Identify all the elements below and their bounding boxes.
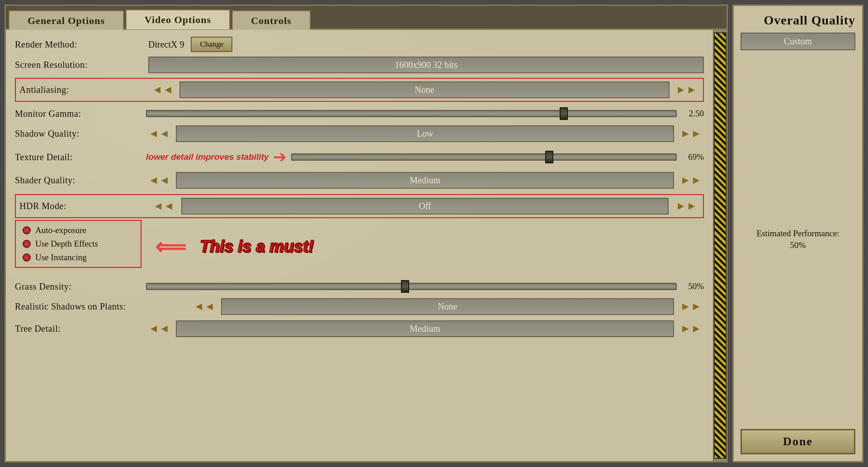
texture-detail-handle[interactable] [545, 151, 553, 163]
screen-resolution-row: Screen Resolution: 1600x900 32 bits [15, 57, 704, 73]
shadow-quality-controls: ◄◄ Low ►► [146, 125, 704, 142]
tree-detail-label: Tree Detail: [15, 324, 142, 334]
realistic-shadows-value[interactable]: None [221, 298, 675, 315]
realistic-shadows-right-arrow[interactable]: ►► [678, 300, 704, 313]
texture-annotation-arrow: ➔ [273, 148, 287, 167]
must-annotation: This is a must! [200, 237, 314, 256]
scrollbar[interactable] [713, 30, 726, 461]
tree-detail-controls: ◄◄ Medium ►► [146, 320, 704, 337]
grass-density-value: 50% [681, 281, 704, 291]
checkbox-group: Auto-exposure Use Depth Effects Use Inst… [15, 220, 142, 268]
instancing-checkbox[interactable] [23, 253, 31, 262]
texture-annotation: lower detail improves stability [146, 152, 269, 162]
depth-effects-checkbox[interactable] [23, 240, 31, 248]
shader-quality-label: Shader Quality: [15, 175, 142, 186]
monitor-gamma-track [146, 110, 677, 117]
tab-controls[interactable]: Controls [232, 10, 311, 30]
texture-detail-value: 69% [681, 152, 704, 162]
hdr-mode-left-arrow[interactable]: ◄◄ [151, 200, 177, 212]
quality-spacer [741, 55, 855, 223]
must-left-arrow: ⟸ [155, 234, 186, 259]
overall-quality-value[interactable]: Custom [741, 33, 855, 50]
content-area: Render Method: DirectX 9 Change Screen R… [6, 30, 713, 461]
auto-exposure-checkbox[interactable] [23, 226, 31, 234]
performance-text: Estimated Performance: 50% [741, 228, 855, 252]
auto-exposure-item[interactable]: Auto-exposure [23, 225, 134, 235]
screen-resolution-value[interactable]: 1600x900 32 bits [148, 57, 704, 73]
grass-density-slider[interactable] [146, 280, 677, 293]
shader-quality-right-arrow[interactable]: ►► [678, 174, 704, 186]
grass-density-label: Grass Density: [15, 281, 142, 292]
performance-value: 50% [790, 240, 806, 250]
shader-quality-left-arrow[interactable]: ◄◄ [146, 174, 172, 186]
texture-detail-label: Texture Detail: [15, 152, 142, 162]
antialiasing-right-arrow[interactable]: ►► [673, 84, 699, 96]
realistic-shadows-left-arrow[interactable]: ◄◄ [191, 300, 217, 313]
depth-effects-label: Use Depth Effects [35, 239, 98, 249]
render-method-row: Render Method: DirectX 9 Change [15, 37, 704, 52]
render-method-label: Render Method: [15, 39, 142, 50]
shadow-quality-value[interactable]: Low [176, 125, 675, 142]
grass-density-handle[interactable] [401, 280, 409, 293]
scrollbar-track[interactable] [714, 32, 726, 459]
tab-bar: General Options Video Options Controls [6, 6, 726, 30]
main-container: General Options Video Options Controls R… [5, 5, 863, 462]
shadow-quality-left-arrow[interactable]: ◄◄ [146, 128, 172, 140]
depth-effects-item[interactable]: Use Depth Effects [23, 239, 134, 249]
tree-detail-row: Tree Detail: ◄◄ Medium ►► [15, 320, 704, 337]
tree-detail-value[interactable]: Medium [176, 320, 675, 337]
antialiasing-value[interactable]: None [179, 81, 670, 98]
instancing-item[interactable]: Use Instancing [23, 253, 134, 262]
right-panel: Overall Quality Custom Estimated Perform… [732, 5, 863, 462]
grass-density-row: Grass Density: 50% [15, 280, 704, 293]
screen-resolution-label: Screen Resolution: [15, 60, 142, 70]
overall-quality-title: Overall Quality [741, 13, 855, 28]
shadow-quality-row: Shadow Quality: ◄◄ Low ►► [15, 125, 704, 142]
quality-spacer-2 [741, 256, 855, 424]
realistic-shadows-row: Realistic Shadows on Plants: ◄◄ None ►► [15, 298, 704, 315]
monitor-gamma-label: Monitor Gamma: [15, 109, 142, 119]
realistic-shadows-label: Realistic Shadows on Plants: [15, 301, 187, 312]
monitor-gamma-handle[interactable] [560, 107, 568, 120]
monitor-gamma-value: 2.50 [681, 109, 704, 119]
monitor-gamma-row: Monitor Gamma: 2.50 [15, 107, 704, 120]
change-button[interactable]: Change [191, 37, 232, 52]
grass-density-track [146, 283, 677, 290]
antialiasing-left-arrow[interactable]: ◄◄ [150, 84, 176, 96]
shader-quality-controls: ◄◄ Medium ►► [146, 172, 704, 189]
scrollbar-stripe-pattern [714, 32, 726, 459]
tree-detail-left-arrow[interactable]: ◄◄ [146, 323, 172, 335]
render-method-value: DirectX 9 [148, 39, 184, 50]
texture-detail-track [291, 153, 677, 161]
hdr-mode-right-arrow[interactable]: ►► [673, 200, 699, 212]
tab-video-options[interactable]: Video Options [126, 10, 230, 29]
hdr-mode-value[interactable]: Off [181, 198, 669, 214]
realistic-shadows-controls: ◄◄ None ►► [191, 298, 704, 315]
texture-detail-row: Texture Detail: lower detail improves st… [15, 148, 704, 167]
antialiasing-row: Antialiasing: ◄◄ None ►► [15, 78, 704, 102]
done-button[interactable]: Done [741, 429, 855, 454]
shadow-quality-label: Shadow Quality: [15, 129, 142, 139]
shader-quality-value[interactable]: Medium [176, 172, 675, 189]
antialiasing-label: Antialiasing: [19, 85, 146, 95]
instancing-label: Use Instancing [35, 253, 86, 262]
hdr-mode-label: HDR Mode: [19, 201, 146, 211]
texture-detail-slider[interactable] [291, 151, 677, 163]
left-panel: General Options Video Options Controls R… [5, 5, 728, 462]
auto-exposure-label: Auto-exposure [35, 225, 86, 235]
shadow-quality-right-arrow[interactable]: ►► [678, 128, 704, 140]
shader-quality-row: Shader Quality: ◄◄ Medium ►► [15, 172, 704, 189]
hdr-mode-row: HDR Mode: ◄◄ Off ►► [15, 194, 704, 218]
checkbox-section: Auto-exposure Use Depth Effects Use Inst… [15, 220, 704, 273]
tab-general-options[interactable]: General Options [9, 10, 124, 30]
monitor-gamma-slider[interactable] [146, 107, 677, 120]
performance-label: Estimated Performance: [756, 229, 839, 238]
tree-detail-right-arrow[interactable]: ►► [678, 323, 704, 335]
